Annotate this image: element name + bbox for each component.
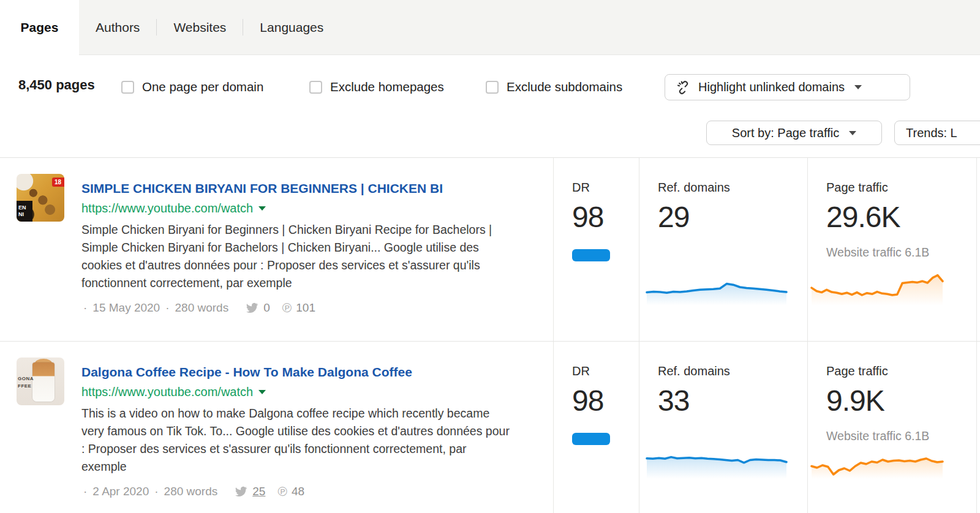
result-thumbnail: GONA FFEE [17, 358, 64, 405]
url-dropdown-caret-icon[interactable] [258, 206, 266, 211]
word-count: 280 words [164, 485, 218, 498]
column-divider [976, 158, 980, 341]
thumbnail-caption: ENNI [17, 201, 32, 222]
publish-date: 15 May 2020 [92, 301, 160, 315]
result-meta: · 2 Apr 2020 · 280 words 25 ℗ 48 [81, 484, 510, 499]
result-main: 18 ENNI SIMPLE CHICKEN BIRYANI FOR BEGIN… [0, 158, 553, 341]
twitter-count[interactable]: 25 [252, 485, 265, 498]
trends-button-label: Trends: L [906, 126, 957, 140]
result-description: This is a video on how to make Dalgona c… [81, 405, 510, 476]
tab-authors[interactable]: Authors [79, 0, 156, 54]
meta-dot: · [154, 485, 158, 498]
result-title-link[interactable]: SIMPLE CHICKEN BIRYANI FOR BEGINNERS | C… [81, 181, 510, 196]
meta-dot: · [165, 301, 169, 315]
ref-domains-label: Ref. domains [658, 180, 807, 195]
page-traffic-sparkline [810, 443, 944, 481]
url-dropdown-caret-icon[interactable] [258, 390, 266, 394]
dr-column: DR 98 [553, 342, 639, 513]
checkbox-label: Exclude subdomains [507, 80, 622, 94]
trends-button[interactable]: Trends: L [894, 121, 980, 145]
sort-by-button[interactable]: Sort by: Page traffic [706, 121, 882, 145]
result-meta: · 15 May 2020 · 280 words 0 ℗ 101 [81, 301, 510, 315]
page-traffic-column: Page traffic 29.6K Website traffic 6.1B [807, 158, 976, 341]
pinterest-icon: ℗ [277, 484, 287, 499]
checkbox-exclude-subdomains[interactable]: Exclude subdomains [486, 80, 622, 94]
page-traffic-value: 9.9K [826, 386, 976, 416]
checkbox-label: One page per domain [142, 80, 263, 94]
highlight-unlinked-domains-button[interactable]: Highlight unlinked domains [665, 74, 910, 100]
pages-count: 8,450 pages [18, 77, 95, 93]
checkbox-label: Exclude homepages [330, 80, 444, 94]
result-main: GONA FFEE Dalgona Coffee Recipe - How To… [0, 342, 553, 513]
filters-toolbar: 8,450 pages One page per domain Exclude … [0, 55, 980, 158]
checkbox-box[interactable] [121, 81, 134, 94]
dr-value: 98 [572, 386, 639, 416]
checkbox-one-page-per-domain[interactable]: One page per domain [121, 80, 263, 94]
ref-domains-column: Ref. domains 33 [639, 342, 807, 513]
thumbnail-caption: FFEE [18, 383, 31, 389]
result-row: GONA FFEE Dalgona Coffee Recipe - How To… [0, 341, 980, 513]
dr-value: 98 [572, 202, 639, 233]
website-traffic: Website traffic 6.1B [826, 245, 976, 260]
broken-link-icon [676, 80, 691, 95]
result-description: Simple Chicken Biryani for Beginners | C… [81, 221, 510, 292]
thumbnail-badge: 18 [52, 178, 64, 187]
checkbox-box[interactable] [486, 81, 499, 94]
highlight-button-label: Highlight unlinked domains [698, 80, 845, 94]
pinterest-icon: ℗ [282, 301, 292, 315]
result-url-link[interactable]: https://www.youtube.com/watch [81, 385, 253, 399]
result-row: 18 ENNI SIMPLE CHICKEN BIRYANI FOR BEGIN… [0, 158, 980, 341]
result-title-link[interactable]: Dalgona Coffee Recipe - How To Make Dalg… [81, 365, 510, 380]
thumbnail-caption: GONA [18, 376, 34, 381]
dr-label: DR [572, 364, 639, 378]
dr-label: DR [572, 180, 639, 195]
meta-dot: · [83, 301, 87, 315]
page-traffic-sparkline [810, 268, 944, 305]
ref-domains-sparkline [646, 441, 788, 479]
tab-languages[interactable]: Languages [243, 0, 340, 54]
pinterest-count[interactable]: 48 [292, 485, 304, 498]
publish-date: 2 Apr 2020 [92, 485, 149, 498]
ref-domains-sparkline [646, 268, 788, 305]
tab-websites[interactable]: Websites [157, 0, 243, 54]
tab-pages[interactable]: Pages [0, 0, 79, 55]
sort-button-label: Sort by: Page traffic [732, 126, 839, 140]
dr-bar [572, 249, 610, 261]
pinterest-count[interactable]: 101 [296, 301, 315, 315]
column-divider [976, 342, 980, 513]
ref-domains-column: Ref. domains 29 [639, 158, 807, 341]
twitter-icon [244, 301, 259, 315]
checkbox-box[interactable] [309, 81, 322, 94]
checkbox-exclude-homepages[interactable]: Exclude homepages [309, 80, 444, 94]
dr-column: DR 98 [553, 158, 639, 341]
twitter-icon [233, 484, 248, 499]
result-thumbnail: 18 ENNI [17, 174, 64, 222]
tab-bar: Pages Authors Websites Languages [0, 0, 980, 55]
page-traffic-value: 29.6K [826, 202, 976, 233]
ref-domains-label: Ref. domains [658, 364, 807, 378]
ref-domains-value: 29 [658, 202, 807, 233]
ref-domains-value: 33 [658, 386, 807, 416]
word-count: 280 words [175, 301, 229, 315]
result-url-link[interactable]: https://www.youtube.com/watch [81, 201, 253, 215]
page-traffic-label: Page traffic [826, 364, 976, 378]
page-traffic-column: Page traffic 9.9K Website traffic 6.1B [807, 342, 976, 513]
chevron-down-icon [854, 85, 862, 89]
chevron-down-icon [849, 131, 856, 135]
dr-bar [572, 433, 610, 445]
page-traffic-label: Page traffic [826, 180, 976, 195]
twitter-count[interactable]: 0 [263, 301, 270, 315]
meta-dot: · [83, 485, 87, 498]
website-traffic: Website traffic 6.1B [826, 429, 976, 443]
